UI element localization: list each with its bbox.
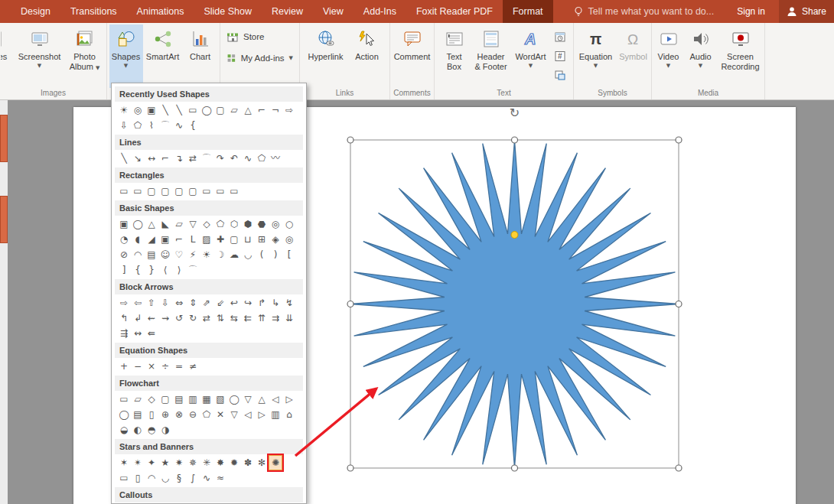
shape-icon[interactable]: ✕	[213, 407, 227, 422]
store-button[interactable]: Store	[226, 31, 293, 43]
shape-icon[interactable]: ◠	[131, 247, 145, 262]
shape-icon[interactable]: ⇇	[241, 311, 255, 326]
symbol-button[interactable]: Ω Symbol	[617, 24, 650, 88]
shape-icon[interactable]: ÷	[158, 359, 172, 374]
wordart-button[interactable]: A WordArt ▼	[511, 24, 551, 88]
shape-icon[interactable]: △	[255, 392, 269, 407]
shape-icon[interactable]: ⇨	[117, 295, 131, 311]
shape-icon[interactable]: {	[131, 262, 145, 278]
shape-icon[interactable]: ⌒	[200, 151, 213, 166]
shape-icon[interactable]: ]	[117, 262, 131, 278]
tab-add-ins[interactable]: Add-Ins	[353, 0, 406, 23]
shape-icon[interactable]: ⬢	[241, 216, 255, 232]
shape-icon[interactable]: (	[255, 247, 269, 262]
shape-icon[interactable]: ▢	[145, 184, 158, 199]
slide-thumbnail-fragment[interactable]	[0, 196, 8, 243]
my-addins-button[interactable]: My Add-ins ▼	[226, 52, 293, 64]
shape-icon[interactable]: ⊗	[172, 407, 186, 422]
tell-me-box[interactable]: Tell me what you want to do...	[573, 0, 715, 23]
shape-icon[interactable]: ◁	[269, 392, 282, 407]
shape-icon[interactable]: ∫	[186, 470, 200, 486]
shape-icon[interactable]: ⬠	[131, 118, 145, 133]
shape-icon[interactable]: ⌐	[158, 151, 172, 166]
shape-icon[interactable]: ⬡	[227, 216, 241, 232]
shape-icon[interactable]: ↯	[282, 295, 296, 311]
shape-icon[interactable]: ▭	[213, 184, 227, 199]
shape-icon[interactable]: ◡	[158, 470, 172, 486]
shape-icon[interactable]: ✚	[213, 232, 227, 247]
shape-icon[interactable]: △	[145, 216, 158, 232]
shape-icon[interactable]: ⇜	[145, 311, 158, 326]
date-time-button[interactable]	[552, 28, 569, 45]
shape-icon[interactable]: ◑	[158, 422, 172, 437]
shape-icon[interactable]: ⬣	[255, 216, 269, 232]
shape-icon[interactable]: ⌐	[255, 102, 269, 118]
shape-icon[interactable]: ▦	[200, 392, 213, 407]
shape-icon[interactable]: ⇅	[213, 311, 227, 326]
shape-icon[interactable]: ▷	[255, 407, 269, 422]
shape-icon[interactable]: )	[269, 247, 282, 262]
shape-icon[interactable]: ✸	[213, 455, 227, 470]
shape-icon[interactable]: +	[117, 359, 131, 374]
tab-review[interactable]: Review	[262, 0, 313, 23]
photo-album-button[interactable]: Photo Album ▼	[64, 24, 106, 88]
shape-icon[interactable]: ⇄	[186, 151, 200, 166]
shape-icon[interactable]: ⟩	[172, 262, 186, 278]
shape-icon[interactable]: ∿	[172, 118, 186, 133]
shape-icon[interactable]: ⌒	[186, 262, 200, 278]
shape-icon[interactable]: ☀	[200, 247, 213, 262]
header-footer-button[interactable]: Header & Footer	[471, 24, 511, 88]
shape-icon[interactable]: ▱	[172, 216, 186, 232]
shape-icon[interactable]: ▭	[117, 392, 131, 407]
shape-icon[interactable]: ◇	[145, 392, 158, 407]
shape-icon[interactable]: ▢	[158, 392, 172, 407]
shape-icon[interactable]: ▤	[172, 392, 186, 407]
shape-icon[interactable]: ⊞	[255, 232, 269, 247]
shape-icon[interactable]: ▷	[282, 392, 296, 407]
shape-icon[interactable]: ⇦	[131, 295, 145, 311]
shape-icon[interactable]: ☀	[117, 102, 131, 118]
screenshot-button[interactable]: Screenshot ▼	[16, 24, 64, 88]
tab-slide-show[interactable]: Slide Show	[194, 0, 262, 23]
shape-icon[interactable]: ◯	[117, 407, 131, 422]
shape-icon[interactable]: ⬠	[213, 216, 227, 232]
shape-icon[interactable]: ≠	[186, 359, 200, 374]
shape-icon[interactable]: ✶	[117, 455, 131, 470]
shape-icon[interactable]: ↳	[269, 295, 282, 311]
shape-icon[interactable]: ⇊	[282, 311, 296, 326]
smartart-button[interactable]: SmartArt	[143, 24, 183, 88]
shape-icon[interactable]: ▤	[131, 407, 145, 422]
shape-icon[interactable]: ⇙	[213, 295, 227, 311]
equation-button[interactable]: π Equation ▼	[575, 24, 617, 88]
shape-icon[interactable]: ★	[158, 455, 172, 470]
shape-icon[interactable]: ▯	[145, 407, 158, 422]
object-button[interactable]	[552, 67, 569, 83]
shape-icon[interactable]: ↱	[255, 295, 269, 311]
shape-icon[interactable]: ▤	[145, 247, 158, 262]
shape-icon[interactable]: ↶	[227, 151, 241, 166]
tab-format[interactable]: Format	[503, 0, 553, 23]
shape-icon[interactable]: ○	[282, 216, 296, 232]
shape-icon[interactable]: ↭	[131, 326, 145, 341]
shape-icon[interactable]: ⇨	[282, 102, 296, 118]
shape-icon[interactable]: ◯	[227, 392, 241, 407]
tab-transitions[interactable]: Transitions	[60, 0, 127, 23]
shape-icon[interactable]: ↷	[213, 151, 227, 166]
shape-icon[interactable]: ✵	[186, 455, 200, 470]
shape-icon[interactable]: ▣	[117, 216, 131, 232]
shape-icon[interactable]: ↰	[117, 311, 131, 326]
video-button[interactable]: Video ▼	[653, 24, 685, 88]
shape-icon[interactable]: ♡	[172, 247, 186, 262]
shape-icon[interactable]: ◯	[131, 216, 145, 232]
shape-icon[interactable]: ◔	[117, 232, 131, 247]
shape-icon[interactable]: ⇧	[145, 295, 158, 311]
shape-icon[interactable]: ▢	[227, 232, 241, 247]
shape-icon[interactable]: ◡	[241, 247, 255, 262]
shape-icon[interactable]: ⚡	[186, 247, 200, 262]
shape-icon[interactable]: ⊕	[158, 407, 172, 422]
shape-icon[interactable]: △	[241, 102, 255, 118]
shape-icon[interactable]: ▢	[172, 184, 186, 199]
shape-icon[interactable]: ▭	[227, 184, 241, 199]
shape-icon[interactable]: ▭	[117, 470, 131, 486]
shape-icon[interactable]: ▥	[269, 407, 282, 422]
